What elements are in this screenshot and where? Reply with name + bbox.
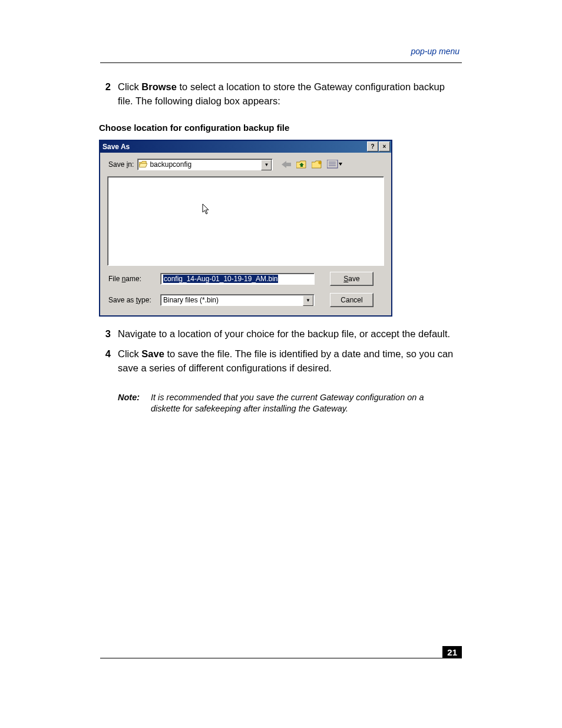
saveastype-value: Binary files (*.bin) <box>163 296 219 304</box>
savein-select[interactable]: backupconfig ▼ <box>137 159 273 170</box>
bottom-rule <box>100 658 462 658</box>
cursor-icon <box>202 204 211 216</box>
step-2-bold: Browse <box>141 81 177 92</box>
step-2: 2 Click Browse to select a location to s… <box>94 80 462 108</box>
save-button[interactable]: Save <box>330 272 373 286</box>
step-body: Click Browse to select a location to sto… <box>118 80 462 108</box>
step-number: 4 <box>94 347 118 375</box>
cancel-button[interactable]: Cancel <box>330 293 373 307</box>
header-breadcrumb: pop-up menu <box>411 47 459 56</box>
note-body: It is recommended that you save the curr… <box>151 392 462 415</box>
note-block: Note: It is recommended that you save th… <box>118 392 462 415</box>
savein-label: Save in: <box>108 160 134 169</box>
step-4-bold: Save <box>141 348 164 359</box>
new-folder-icon[interactable] <box>310 159 323 170</box>
note-label: Note: <box>118 392 151 415</box>
top-rule <box>100 62 462 63</box>
file-list-area[interactable] <box>107 176 384 266</box>
step-number: 2 <box>94 80 118 108</box>
up-one-level-icon[interactable] <box>295 159 308 170</box>
dialog-toolbar: Save in: backupconfig ▼ <box>100 153 391 174</box>
page-number: 21 <box>442 646 462 658</box>
folder-open-icon <box>139 161 147 168</box>
filename-value: config_14-Aug-01_10-19-19_AM.bin <box>163 275 278 283</box>
dialog-titlebar: Save As ? × <box>100 141 391 153</box>
step-4: 4 Click Save to save the file. The file … <box>94 347 462 375</box>
step-2-pre: Click <box>118 81 141 92</box>
filename-label: File name: <box>108 275 160 283</box>
back-icon[interactable] <box>280 159 293 170</box>
step-3: 3 Navigate to a location of your choice … <box>94 327 462 341</box>
saveastype-select[interactable]: Binary files (*.bin) ▼ <box>160 294 315 306</box>
savein-dropdown-arrow[interactable]: ▼ <box>261 160 272 170</box>
saveastype-label: Save as type: <box>108 296 160 304</box>
filename-input[interactable]: config_14-Aug-01_10-19-19_AM.bin <box>160 273 315 285</box>
type-dropdown-arrow[interactable]: ▼ <box>303 295 313 306</box>
dialog-title: Save As <box>103 143 366 151</box>
savein-value: backupconfig <box>150 160 191 169</box>
view-menu-icon[interactable] <box>326 159 343 170</box>
figure-caption: Choose location for configuration backup… <box>99 123 462 133</box>
step-number: 3 <box>94 327 118 341</box>
save-as-dialog: Save As ? × Save in: backupconfig ▼ <box>99 140 392 317</box>
step-body: Click Save to save the file. The file is… <box>118 347 462 375</box>
close-button[interactable]: × <box>379 141 390 151</box>
help-button[interactable]: ? <box>367 141 378 151</box>
step-4-post: to save the file. The file is identified… <box>118 348 453 373</box>
step-4-pre: Click <box>118 348 141 359</box>
step-body: Navigate to a location of your choice fo… <box>118 327 462 341</box>
